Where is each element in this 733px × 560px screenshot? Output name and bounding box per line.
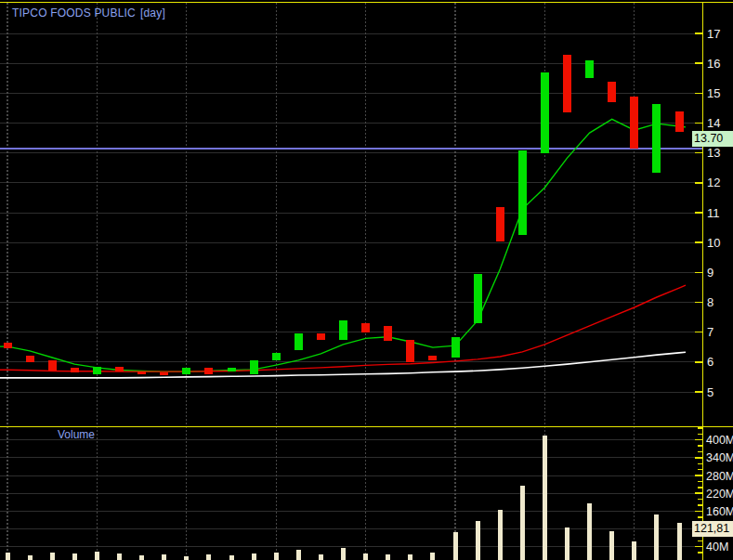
candle bbox=[93, 367, 101, 374]
volume-bar bbox=[229, 555, 234, 560]
candle bbox=[317, 333, 325, 339]
volume-bar bbox=[408, 554, 412, 560]
volume-bar bbox=[206, 554, 211, 560]
price-tick-label: 13 bbox=[707, 146, 720, 160]
volume-tick-label: 400M bbox=[706, 434, 733, 447]
last-volume-tag: 121,81 bbox=[692, 521, 733, 537]
volume-bar bbox=[386, 554, 390, 560]
candle bbox=[4, 343, 12, 348]
price-tick-label: 7 bbox=[707, 325, 713, 339]
volume-bar bbox=[632, 541, 636, 560]
candle bbox=[384, 326, 392, 341]
candle bbox=[182, 368, 190, 373]
volume-bar bbox=[341, 548, 346, 560]
candle bbox=[652, 104, 661, 173]
price-tick-label: 17 bbox=[707, 27, 720, 41]
volume-bar bbox=[609, 531, 614, 560]
candle bbox=[474, 274, 482, 323]
volume-bar bbox=[520, 486, 525, 560]
candle bbox=[250, 360, 258, 374]
volume-tick-label: 280M bbox=[706, 470, 733, 483]
volume-bar bbox=[430, 553, 435, 560]
volume-bar bbox=[565, 527, 569, 560]
candle bbox=[452, 337, 460, 358]
candle bbox=[160, 372, 168, 375]
volume-bar bbox=[274, 553, 279, 560]
volume-bar bbox=[453, 532, 458, 560]
candle bbox=[137, 371, 146, 374]
price-tick-label: 9 bbox=[707, 266, 713, 280]
candle bbox=[406, 340, 414, 362]
ma-slow-white bbox=[0, 352, 686, 378]
last-price-tag: 13.70 bbox=[692, 131, 733, 147]
price-tick-label: 8 bbox=[707, 295, 713, 309]
volume-tick-label: 220M bbox=[706, 488, 733, 501]
volume-bar bbox=[476, 521, 480, 560]
volume-tick-label: 160M bbox=[706, 505, 733, 518]
volume-tick-label: 40M bbox=[706, 540, 728, 553]
volume-bar bbox=[498, 510, 503, 560]
chart-canvas[interactable]: 171615141312111098765400M340M280M220M160… bbox=[0, 0, 733, 560]
candle bbox=[675, 111, 684, 133]
candle bbox=[518, 150, 527, 236]
candle bbox=[71, 368, 79, 372]
volume-bar bbox=[677, 523, 682, 560]
chart-title: TIPCO FOODS PUBLIC[day] bbox=[12, 7, 165, 20]
volume-bar bbox=[252, 553, 256, 560]
candle bbox=[541, 72, 549, 153]
volume-bar bbox=[6, 553, 10, 560]
candle bbox=[204, 368, 213, 373]
price-tick-label: 15 bbox=[707, 86, 720, 100]
volume-tick-label: 340M bbox=[706, 451, 733, 464]
candle bbox=[272, 353, 281, 360]
volume-bar bbox=[72, 553, 77, 560]
volume-bar bbox=[162, 554, 166, 560]
volume-bar bbox=[543, 436, 547, 560]
volume-bar bbox=[296, 550, 301, 560]
price-tick-label: 12 bbox=[707, 176, 720, 189]
candle bbox=[496, 207, 504, 241]
candle bbox=[295, 333, 303, 350]
volume-bar bbox=[184, 556, 189, 560]
price-tick-label: 16 bbox=[707, 57, 720, 71]
volume-bar bbox=[28, 555, 33, 560]
volume-bar bbox=[50, 553, 55, 560]
candle bbox=[630, 97, 638, 149]
chart-window: 171615141312111098765400M340M280M220M160… bbox=[0, 0, 733, 560]
price-tick-label: 14 bbox=[707, 116, 720, 130]
price-tick-label: 5 bbox=[707, 385, 713, 399]
volume-bar bbox=[95, 552, 99, 560]
candle bbox=[228, 368, 236, 371]
candle bbox=[115, 367, 124, 371]
candle bbox=[608, 82, 616, 103]
candle bbox=[48, 360, 57, 371]
volume-bar bbox=[319, 554, 323, 560]
timeframe-label: [day] bbox=[140, 7, 165, 20]
candle bbox=[585, 60, 594, 78]
price-tick-label: 10 bbox=[707, 236, 720, 250]
price-tick-label: 11 bbox=[707, 206, 720, 220]
price-tick-label: 6 bbox=[707, 355, 713, 369]
candle bbox=[563, 55, 571, 113]
symbol-name: TIPCO FOODS PUBLIC bbox=[12, 7, 136, 20]
volume-bar bbox=[117, 553, 122, 560]
candle bbox=[339, 320, 347, 340]
volume-bar bbox=[363, 553, 368, 560]
volume-bar bbox=[139, 555, 144, 560]
candle bbox=[26, 356, 34, 361]
volume-bar bbox=[654, 514, 659, 560]
candle bbox=[361, 323, 370, 332]
volume-pane-label: Volume bbox=[58, 428, 95, 441]
volume-bar bbox=[587, 503, 592, 560]
candle bbox=[428, 356, 437, 360]
